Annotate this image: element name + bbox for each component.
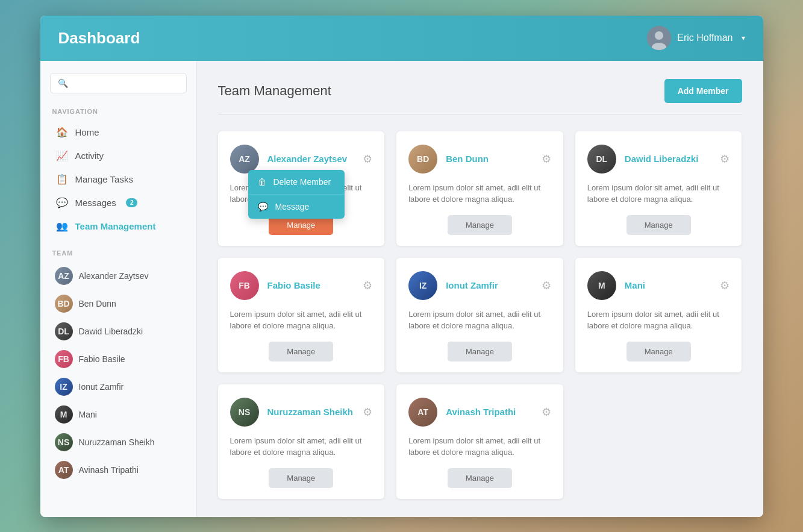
svg-point-1 <box>655 31 663 40</box>
member-card: DL Dawid Liberadzki ⚙ Lorem ipsum dolor … <box>575 131 742 246</box>
member-card-header: BD Ben Dunn ⚙ <box>408 145 551 174</box>
search-input[interactable] <box>73 78 179 88</box>
member-name: Nuruzzaman Sheikh <box>267 407 363 417</box>
message-icon: 💬 <box>258 202 268 211</box>
avatar: NS <box>55 433 73 451</box>
page-title: Team Management <box>218 83 331 99</box>
avatar: IZ <box>55 378 73 396</box>
team-item[interactable]: BD Ben Dunn <box>50 290 187 317</box>
sidebar-item-manage-tasks[interactable]: 📋 Manage Tasks <box>50 168 187 190</box>
member-card-actions: Manage <box>230 342 373 361</box>
activity-icon: 📈 <box>56 150 68 161</box>
trash-icon: 🗑 <box>258 177 266 187</box>
search-box[interactable]: 🔍 <box>50 73 187 93</box>
team-member-name: Avinash Tripathi <box>79 465 139 475</box>
member-card-header: NS Nuruzzaman Sheikh ⚙ <box>230 398 373 427</box>
sidebar-item-team-management[interactable]: 👥 Team Management <box>50 215 187 237</box>
avatar: FB <box>55 350 73 368</box>
member-card-header: FB Fabio Basile ⚙ <box>230 271 373 300</box>
message-item[interactable]: 💬 Message <box>248 195 345 219</box>
team-member-name: Mani <box>79 410 97 419</box>
member-card: M Mani ⚙ Lorem ipsum dolor sit amet, adi… <box>575 258 742 372</box>
sidebar-item-label: Messages <box>75 198 116 208</box>
team-member-name: Ionut Zamfir <box>79 382 124 392</box>
manage-button[interactable]: Manage <box>448 342 512 361</box>
member-name: Avinash Tripathi <box>446 407 542 417</box>
member-grid: AZ Alexander Zaytsev ⚙ 🗑 Delete Member 💬 <box>218 131 742 499</box>
avatar: AT <box>408 398 437 427</box>
team-item[interactable]: IZ Ionut Zamfir <box>50 374 187 400</box>
avatar: FB <box>230 271 259 300</box>
delete-member-item[interactable]: 🗑 Delete Member <box>248 170 345 195</box>
sidebar: 🔍 NAVIGATION 🏠 Home 📈 Activity 📋 Manage … <box>40 61 197 517</box>
member-description: Lorem ipsum dolor sit amet, adii elit ut… <box>230 435 373 458</box>
manage-button[interactable]: Manage <box>269 468 333 488</box>
avatar: AZ <box>230 145 259 174</box>
tasks-icon: 📋 <box>56 174 68 185</box>
manage-button[interactable]: Manage <box>448 468 512 488</box>
team-item[interactable]: AT Avinash Tripathi <box>50 457 187 483</box>
member-card-actions: Manage <box>408 215 551 235</box>
gear-icon[interactable]: ⚙ <box>542 152 551 166</box>
member-card-header: AT Avinash Tripathi ⚙ <box>408 398 551 427</box>
messages-icon: 💬 <box>56 197 68 208</box>
team-member-name: Fabio Basile <box>79 354 125 364</box>
home-icon: 🏠 <box>56 127 68 138</box>
user-menu[interactable]: Eric Hoffman ▾ <box>647 26 745 50</box>
gear-icon[interactable]: ⚙ <box>363 405 372 419</box>
team-item[interactable]: M Mani <box>50 401 187 428</box>
gear-icon[interactable]: ⚙ <box>363 152 372 166</box>
gear-dropdown: 🗑 Delete Member 💬 Message <box>248 170 345 219</box>
member-description: Lorem ipsum dolor sit amet, adii elit ut… <box>230 308 373 332</box>
member-card: AT Avinash Tripathi ⚙ Lorem ipsum dolor … <box>396 384 563 499</box>
team-item[interactable]: NS Nuruzzaman Sheikh <box>50 429 187 455</box>
member-card: IZ Ionut Zamfir ⚙ Lorem ipsum dolor sit … <box>396 258 563 372</box>
avatar: NS <box>230 398 259 427</box>
gear-icon[interactable]: ⚙ <box>542 405 551 419</box>
team-item[interactable]: FB Fabio Basile <box>50 346 187 372</box>
manage-button[interactable]: Manage <box>626 342 691 361</box>
header: Dashboard Eric Hoffman ▾ <box>40 16 763 61</box>
app-title: Dashboard <box>58 29 140 48</box>
member-name: Dawid Liberadzki <box>625 154 720 164</box>
member-card-header: IZ Ionut Zamfir ⚙ <box>408 271 551 300</box>
member-card-actions: Manage <box>587 215 730 235</box>
member-card: BD Ben Dunn ⚙ Lorem ipsum dolor sit amet… <box>396 131 563 246</box>
avatar: BD <box>408 145 437 174</box>
manage-button[interactable]: Manage <box>269 342 333 361</box>
avatar: AT <box>55 461 73 479</box>
gear-icon[interactable]: ⚙ <box>720 279 730 292</box>
member-name: Ionut Zamfir <box>446 280 542 290</box>
gear-icon[interactable]: ⚙ <box>363 279 372 292</box>
gear-icon[interactable]: ⚙ <box>720 152 730 166</box>
member-name: Fabio Basile <box>267 280 363 290</box>
avatar <box>647 26 671 50</box>
avatar: M <box>55 405 73 424</box>
team-member-name: Nuruzzaman Sheikh <box>79 437 155 447</box>
member-card-actions: Manage <box>408 342 551 361</box>
manage-button[interactable]: Manage <box>626 215 691 235</box>
sidebar-item-label: Manage Tasks <box>75 174 133 184</box>
team-member-name: Ben Dunn <box>79 299 116 308</box>
search-icon: 🔍 <box>58 78 68 88</box>
gear-icon[interactable]: ⚙ <box>542 279 551 292</box>
member-card-actions: Manage <box>587 342 730 361</box>
body: 🔍 NAVIGATION 🏠 Home 📈 Activity 📋 Manage … <box>40 61 763 517</box>
avatar: IZ <box>408 271 437 300</box>
nav-section-label: NAVIGATION <box>50 108 187 115</box>
sidebar-item-home[interactable]: 🏠 Home <box>50 121 187 143</box>
member-description: Lorem ipsum dolor sit amet, adii elit ut… <box>408 435 551 458</box>
member-card-actions: Manage <box>230 468 373 488</box>
sidebar-item-messages[interactable]: 💬 Messages 2 <box>50 192 187 214</box>
sidebar-item-activity[interactable]: 📈 Activity <box>50 145 187 167</box>
member-card-header: M Mani ⚙ <box>587 271 730 300</box>
avatar: M <box>587 271 616 300</box>
navigation: 🏠 Home 📈 Activity 📋 Manage Tasks 💬 Messa… <box>50 121 187 237</box>
team-item[interactable]: AZ Alexander Zaytsev <box>50 263 187 289</box>
team-item[interactable]: DL Dawid Liberadzki <box>50 318 187 345</box>
member-name: Alexander Zaytsev <box>267 154 363 164</box>
member-card: FB Fabio Basile ⚙ Lorem ipsum dolor sit … <box>218 258 385 372</box>
add-member-button[interactable]: Add Member <box>664 79 742 103</box>
manage-button[interactable]: Manage <box>448 215 512 235</box>
member-card-header: AZ Alexander Zaytsev ⚙ 🗑 Delete Member 💬 <box>230 145 373 174</box>
